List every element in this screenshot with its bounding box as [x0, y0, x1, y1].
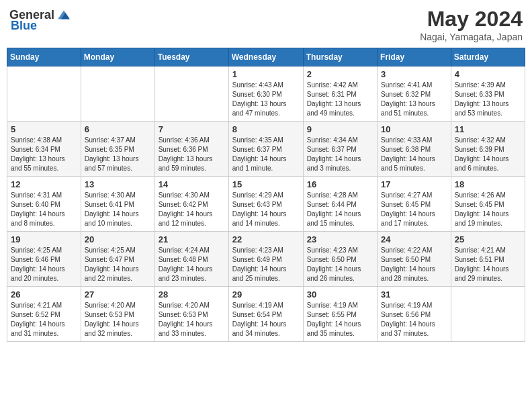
location: Nagai, Yamagata, Japan: [420, 32, 523, 42]
day-info: Sunrise: 4:21 AM Sunset: 6:51 PM Dayligh…: [455, 246, 521, 283]
day-info: Sunrise: 4:43 AM Sunset: 6:30 PM Dayligh…: [232, 81, 300, 118]
calendar-cell: 9Sunrise: 4:34 AM Sunset: 6:37 PM Daylig…: [303, 122, 377, 177]
day-info: Sunrise: 4:23 AM Sunset: 6:49 PM Dayligh…: [232, 246, 300, 283]
calendar-cell: 26Sunrise: 4:21 AM Sunset: 6:52 PM Dayli…: [7, 287, 81, 342]
calendar-cell: 20Sunrise: 4:25 AM Sunset: 6:47 PM Dayli…: [81, 232, 154, 287]
calendar-cell: 7Sunrise: 4:36 AM Sunset: 6:36 PM Daylig…: [154, 122, 228, 177]
day-info: Sunrise: 4:19 AM Sunset: 6:54 PM Dayligh…: [232, 301, 300, 338]
weekday-header: Friday: [378, 48, 451, 66]
day-info: Sunrise: 4:36 AM Sunset: 6:36 PM Dayligh…: [159, 136, 225, 173]
calendar-cell: 17Sunrise: 4:27 AM Sunset: 6:45 PM Dayli…: [378, 177, 451, 232]
calendar-cell: 16Sunrise: 4:28 AM Sunset: 6:44 PM Dayli…: [303, 177, 377, 232]
calendar-cell: 8Sunrise: 4:35 AM Sunset: 6:37 PM Daylig…: [228, 122, 303, 177]
day-info: Sunrise: 4:42 AM Sunset: 6:31 PM Dayligh…: [307, 81, 373, 118]
day-info: Sunrise: 4:23 AM Sunset: 6:50 PM Dayligh…: [307, 246, 373, 283]
calendar-cell: 25Sunrise: 4:21 AM Sunset: 6:51 PM Dayli…: [451, 232, 525, 287]
weekday-header: Thursday: [303, 48, 377, 66]
day-info: Sunrise: 4:38 AM Sunset: 6:34 PM Dayligh…: [11, 136, 77, 173]
day-number: 27: [85, 289, 151, 300]
day-info: Sunrise: 4:41 AM Sunset: 6:32 PM Dayligh…: [381, 81, 447, 118]
calendar-cell: 22Sunrise: 4:23 AM Sunset: 6:49 PM Dayli…: [228, 232, 303, 287]
calendar-week-row: 26Sunrise: 4:21 AM Sunset: 6:52 PM Dayli…: [7, 287, 525, 342]
calendar-cell: 30Sunrise: 4:19 AM Sunset: 6:55 PM Dayli…: [303, 287, 377, 342]
day-number: 30: [307, 289, 373, 300]
day-number: 12: [11, 179, 77, 189]
day-info: Sunrise: 4:21 AM Sunset: 6:52 PM Dayligh…: [11, 301, 77, 338]
weekday-header: Monday: [81, 48, 154, 66]
weekday-header: Sunday: [7, 48, 81, 66]
logo-icon: [56, 7, 72, 23]
day-number: 17: [381, 179, 447, 189]
day-number: 26: [11, 289, 77, 300]
day-number: 24: [381, 234, 447, 244]
day-info: Sunrise: 4:37 AM Sunset: 6:35 PM Dayligh…: [85, 136, 151, 173]
calendar-cell: 12Sunrise: 4:31 AM Sunset: 6:40 PM Dayli…: [7, 177, 81, 232]
calendar-header-row: SundayMondayTuesdayWednesdayThursdayFrid…: [7, 48, 525, 66]
calendar-week-row: 19Sunrise: 4:25 AM Sunset: 6:46 PM Dayli…: [7, 232, 525, 287]
calendar-cell: 4Sunrise: 4:39 AM Sunset: 6:33 PM Daylig…: [451, 66, 525, 122]
calendar-cell: 10Sunrise: 4:33 AM Sunset: 6:38 PM Dayli…: [378, 122, 451, 177]
day-number: 16: [307, 179, 373, 189]
day-number: 8: [232, 124, 300, 134]
day-number: 20: [85, 234, 151, 244]
day-number: 15: [232, 179, 300, 189]
day-number: 18: [455, 179, 521, 189]
day-info: Sunrise: 4:20 AM Sunset: 6:53 PM Dayligh…: [85, 301, 151, 338]
day-info: Sunrise: 4:31 AM Sunset: 6:40 PM Dayligh…: [11, 191, 77, 228]
day-number: 7: [159, 124, 225, 134]
calendar-cell: 15Sunrise: 4:29 AM Sunset: 6:43 PM Dayli…: [228, 177, 303, 232]
calendar-cell: 14Sunrise: 4:30 AM Sunset: 6:42 PM Dayli…: [154, 177, 228, 232]
calendar-cell: [451, 287, 525, 342]
calendar-week-row: 1Sunrise: 4:43 AM Sunset: 6:30 PM Daylig…: [7, 66, 525, 122]
day-info: Sunrise: 4:35 AM Sunset: 6:37 PM Dayligh…: [232, 136, 300, 173]
calendar-week-row: 5Sunrise: 4:38 AM Sunset: 6:34 PM Daylig…: [7, 122, 525, 177]
calendar-cell: 11Sunrise: 4:32 AM Sunset: 6:39 PM Dayli…: [451, 122, 525, 177]
calendar-cell: 21Sunrise: 4:24 AM Sunset: 6:48 PM Dayli…: [154, 232, 228, 287]
day-info: Sunrise: 4:19 AM Sunset: 6:55 PM Dayligh…: [307, 301, 373, 338]
calendar-cell: 27Sunrise: 4:20 AM Sunset: 6:53 PM Dayli…: [81, 287, 154, 342]
day-number: 31: [381, 289, 447, 300]
title-block: May 2024 Nagai, Yamagata, Japan: [420, 7, 523, 42]
month-year: May 2024: [420, 7, 523, 32]
day-number: 23: [307, 234, 373, 244]
day-number: 21: [159, 234, 225, 244]
day-info: Sunrise: 4:19 AM Sunset: 6:56 PM Dayligh…: [381, 301, 447, 338]
calendar-cell: [81, 66, 154, 122]
day-info: Sunrise: 4:33 AM Sunset: 6:38 PM Dayligh…: [381, 136, 447, 173]
calendar-cell: 2Sunrise: 4:42 AM Sunset: 6:31 PM Daylig…: [303, 66, 377, 122]
logo: General Blue: [9, 7, 72, 33]
calendar-week-row: 12Sunrise: 4:31 AM Sunset: 6:40 PM Dayli…: [7, 177, 525, 232]
calendar-cell: 29Sunrise: 4:19 AM Sunset: 6:54 PM Dayli…: [228, 287, 303, 342]
day-number: 1: [232, 69, 300, 79]
day-info: Sunrise: 4:32 AM Sunset: 6:39 PM Dayligh…: [455, 136, 521, 173]
day-info: Sunrise: 4:25 AM Sunset: 6:47 PM Dayligh…: [85, 246, 151, 283]
day-number: 11: [455, 124, 521, 134]
day-number: 3: [381, 69, 447, 79]
day-info: Sunrise: 4:22 AM Sunset: 6:50 PM Dayligh…: [381, 246, 447, 283]
page-header: General Blue May 2024 Nagai, Yamagata, J…: [7, 7, 525, 42]
day-number: 10: [381, 124, 447, 134]
calendar-cell: 23Sunrise: 4:23 AM Sunset: 6:50 PM Dayli…: [303, 232, 377, 287]
day-number: 25: [455, 234, 521, 244]
day-number: 29: [232, 289, 300, 300]
calendar-cell: [7, 66, 81, 122]
calendar-cell: [154, 66, 228, 122]
day-number: 13: [85, 179, 151, 189]
day-number: 22: [232, 234, 300, 244]
day-info: Sunrise: 4:29 AM Sunset: 6:43 PM Dayligh…: [232, 191, 300, 228]
calendar-table: SundayMondayTuesdayWednesdayThursdayFrid…: [7, 48, 525, 342]
day-info: Sunrise: 4:34 AM Sunset: 6:37 PM Dayligh…: [307, 136, 373, 173]
weekday-header: Tuesday: [154, 48, 228, 66]
day-info: Sunrise: 4:25 AM Sunset: 6:46 PM Dayligh…: [11, 246, 77, 283]
calendar-cell: 28Sunrise: 4:20 AM Sunset: 6:53 PM Dayli…: [154, 287, 228, 342]
day-number: 9: [307, 124, 373, 134]
calendar-cell: 24Sunrise: 4:22 AM Sunset: 6:50 PM Dayli…: [378, 232, 451, 287]
day-number: 28: [159, 289, 225, 300]
day-info: Sunrise: 4:26 AM Sunset: 6:45 PM Dayligh…: [455, 191, 521, 228]
calendar-cell: 3Sunrise: 4:41 AM Sunset: 6:32 PM Daylig…: [378, 66, 451, 122]
day-info: Sunrise: 4:24 AM Sunset: 6:48 PM Dayligh…: [159, 246, 225, 283]
weekday-header: Wednesday: [228, 48, 303, 66]
day-number: 5: [11, 124, 77, 134]
calendar-cell: 31Sunrise: 4:19 AM Sunset: 6:56 PM Dayli…: [378, 287, 451, 342]
day-number: 2: [307, 69, 373, 79]
